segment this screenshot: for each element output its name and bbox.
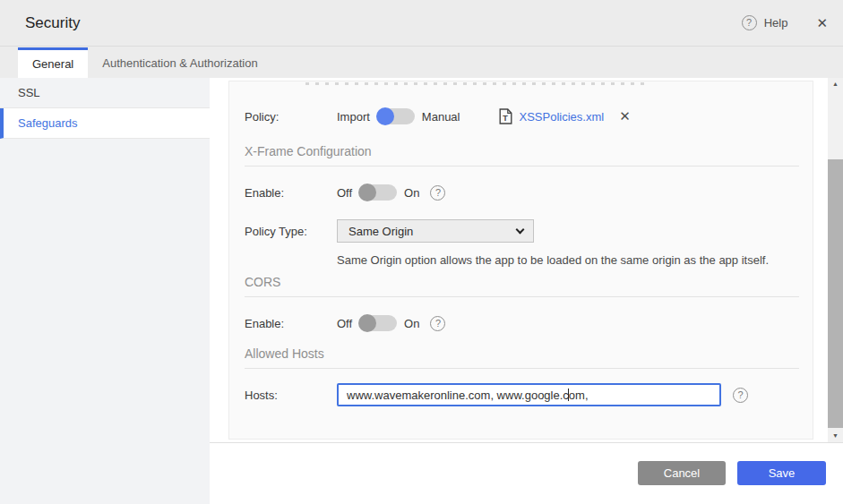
scroll-down-icon[interactable]: ▼ — [828, 430, 843, 442]
cors-enable-toggle[interactable] — [359, 315, 397, 331]
policy-type-label: Policy Type: — [245, 225, 337, 238]
hosts-row: Hosts: ? — [245, 383, 799, 406]
toggle-knob — [358, 314, 376, 332]
cors-off-label: Off — [337, 317, 352, 330]
cancel-button[interactable]: Cancel — [638, 461, 726, 485]
policy-import-manual-toggle[interactable] — [377, 108, 415, 124]
content-area: Policy: Import Manual T XSSPolicies.xml … — [210, 78, 843, 504]
footer-divider — [210, 442, 843, 443]
cors-enable-help-icon[interactable]: ? — [430, 316, 445, 331]
xframe-off-label: Off — [337, 186, 352, 200]
xml-file-icon: T — [499, 108, 512, 124]
cors-on-label: On — [404, 317, 419, 330]
text-caret — [568, 389, 569, 401]
tab-general[interactable]: General — [18, 47, 88, 78]
policy-row: Policy: Import Manual T XSSPolicies.xml … — [245, 103, 799, 130]
sidebar-item-ssl[interactable]: SSL — [0, 78, 210, 108]
close-icon[interactable]: ✕ — [816, 15, 828, 31]
xframe-enable-toggle[interactable] — [359, 184, 397, 201]
toggle-knob — [376, 107, 394, 125]
policy-label: Policy: — [245, 110, 337, 124]
divider — [245, 368, 799, 369]
clipped-scrolled-text — [305, 82, 646, 85]
page-title: Security — [25, 14, 80, 32]
tab-authentication-authorization[interactable]: Authentication & Authorization — [88, 47, 271, 78]
section-allowed-hosts: Allowed Hosts — [245, 346, 324, 361]
help-label[interactable]: Help — [764, 16, 788, 30]
dialog-header: Security ? Help ✕ — [0, 0, 843, 46]
policy-file-link[interactable]: XSSPolicies.xml — [519, 110, 604, 124]
policy-toggle-left-label: Import — [337, 110, 370, 124]
policy-type-select[interactable]: Same Origin — [337, 219, 534, 243]
safeguards-form-panel: Policy: Import Manual T XSSPolicies.xml … — [228, 81, 813, 440]
policy-type-helper-text: Same Origin option allows the app to be … — [337, 253, 769, 267]
remove-file-icon[interactable]: ✕ — [619, 108, 631, 124]
section-xframe-configuration: X-Frame Configuration — [245, 144, 372, 158]
xframe-on-label: On — [404, 186, 419, 200]
policy-toggle-right-label: Manual — [422, 110, 460, 124]
section-cors: CORS — [245, 275, 280, 289]
xframe-enable-help-icon[interactable]: ? — [430, 185, 445, 201]
toggle-knob — [358, 184, 376, 201]
sidebar: SSL Safeguards — [0, 78, 210, 504]
svg-text:T: T — [503, 114, 509, 123]
footer-buttons: Cancel Save — [638, 461, 826, 485]
scroll-up-icon[interactable]: ▲ — [828, 78, 843, 90]
hosts-help-icon[interactable]: ? — [733, 388, 748, 403]
save-button[interactable]: Save — [737, 461, 826, 485]
scrollbar-thumb[interactable] — [828, 159, 843, 428]
tab-bar: General Authentication & Authorization — [0, 46, 843, 78]
cors-enable-row: Enable: Off On ? — [245, 312, 799, 334]
xframe-enable-row: Enable: Off On ? — [245, 182, 799, 203]
divider — [245, 166, 799, 167]
sidebar-item-safeguards[interactable]: Safeguards — [0, 108, 210, 139]
cors-enable-label: Enable: — [245, 317, 337, 330]
vertical-scrollbar[interactable]: ▲ ▼ — [828, 78, 843, 442]
xframe-enable-label: Enable: — [245, 186, 337, 200]
hosts-input[interactable] — [337, 383, 721, 406]
policy-type-row: Policy Type: Same Origin — [245, 219, 799, 243]
hosts-label: Hosts: — [245, 389, 337, 402]
divider — [245, 296, 799, 297]
help-icon[interactable]: ? — [742, 15, 757, 30]
